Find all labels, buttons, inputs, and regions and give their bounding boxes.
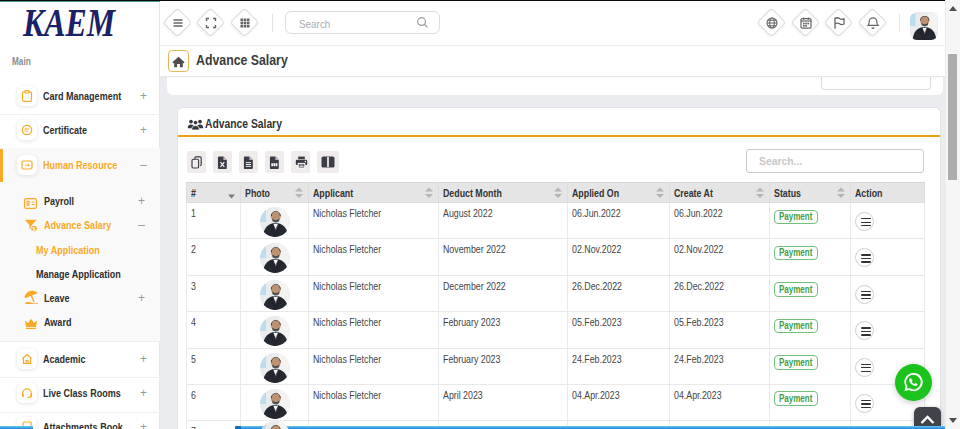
svg-text:KAEM: KAEM	[22, 1, 116, 45]
svg-text:$: $	[33, 226, 36, 232]
